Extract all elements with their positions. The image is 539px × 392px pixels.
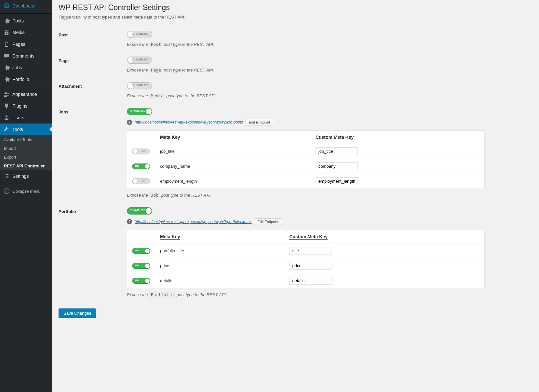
collapse-menu-button[interactable]: Collapse menu: [0, 185, 52, 197]
meta-key-value: job_title: [155, 144, 311, 159]
meta-toggle[interactable]: OFF: [132, 149, 150, 154]
sidebar-item-jobs[interactable]: Jobs: [0, 62, 52, 73]
post-type-row: AttachmentDISABLEDExpose the Media post …: [59, 77, 532, 103]
sidebar-item-settings[interactable]: Settings: [0, 170, 52, 182]
expose-description: Expose the Job post type to the REST API…: [127, 193, 529, 198]
endpoint-row: ?http://localhost/yikes-rest-api-exposed…: [127, 119, 529, 125]
post-type-controls: DISABLEDExpose the Page post type to the…: [124, 52, 532, 77]
meta-row: ONdetails: [127, 273, 485, 288]
meta-key-value: portfolio_title: [155, 243, 284, 258]
svg-point-0: [4, 189, 9, 194]
post-type-controls: DISABLEDExpose the Post post type to the…: [124, 26, 532, 52]
tools-icon: [3, 126, 10, 133]
sidebar-item-appearance[interactable]: Appearance: [0, 88, 52, 100]
post-type-toggle[interactable]: ENABLED: [127, 207, 152, 215]
appearance-icon: [3, 91, 10, 98]
endpoint-link[interactable]: http://localhost/yikes-rest-api-exposed/…: [135, 120, 243, 124]
custom-meta-key-header: Custom Meta Key: [311, 131, 485, 144]
submenu-item-import[interactable]: Import: [0, 144, 52, 153]
sidebar-item-media[interactable]: Media: [0, 27, 52, 38]
sidebar-item-dashboard[interactable]: Dashboard: [0, 0, 52, 12]
custom-meta-key-input[interactable]: [289, 277, 331, 285]
sidebar-item-label: Posts: [12, 18, 24, 23]
sidebar-item-pages[interactable]: Pages: [0, 38, 52, 50]
meta-key-header: Meta Key: [155, 131, 311, 144]
media-icon: [3, 29, 10, 36]
meta-row: OFFjob_title: [127, 144, 485, 159]
submenu-item-available-tools[interactable]: Available Tools: [0, 135, 52, 144]
page-subtitle: Toggle visibility of post types and sele…: [59, 15, 532, 20]
meta-table: Meta KeyCustom Meta KeyOFFjob_titleONcom…: [127, 130, 485, 189]
sidebar-item-users[interactable]: Users: [0, 112, 52, 124]
submenu-item-export[interactable]: Export: [0, 153, 52, 162]
save-changes-button[interactable]: Save Changes: [59, 308, 96, 318]
post-type-toggle[interactable]: ENABLED: [127, 108, 152, 115]
expose-description: Expose the Portfolio post type to the RE…: [127, 292, 529, 297]
sidebar-item-label: Pages: [12, 42, 25, 47]
meta-row: ONportfolio_title: [127, 243, 485, 258]
collapse-label: Collapse menu: [12, 189, 41, 194]
dashboard-icon: [3, 3, 10, 9]
settings-icon: [3, 173, 10, 179]
comment-icon: [3, 53, 10, 59]
post-type-label: Portfolio: [59, 203, 124, 302]
sidebar-item-plugins[interactable]: Plugins: [0, 100, 52, 112]
meta-toggle[interactable]: ON: [132, 263, 150, 269]
edit-endpoint-button[interactable]: Edit Endpoint: [254, 218, 282, 225]
sidebar-item-label: Appearance: [12, 92, 37, 97]
pin-icon: [3, 18, 10, 24]
meta-toggle[interactable]: ON: [132, 278, 150, 284]
sidebar-item-label: Plugins: [12, 103, 27, 109]
sidebar-item-label: Tools: [12, 127, 23, 132]
sidebar-item-label: Comments: [12, 53, 34, 59]
sidebar-item-comments[interactable]: Comments: [0, 50, 52, 62]
settings-form-table: PostDISABLEDExpose the Post post type to…: [59, 26, 532, 302]
custom-meta-key-input[interactable]: [316, 162, 358, 170]
custom-meta-key-input[interactable]: [289, 247, 331, 255]
expose-description: Expose the Post post type to the REST AP…: [127, 42, 529, 47]
submenu-item-rest-api-controller[interactable]: REST API Controller: [0, 162, 52, 170]
meta-key-value: company_name: [155, 159, 311, 174]
sidebar-item-label: Media: [12, 30, 25, 35]
main-content: WP REST API Controller Settings Toggle v…: [52, 0, 539, 331]
post-type-label: Jobs: [59, 103, 124, 203]
edit-endpoint-button[interactable]: Edit Endpoint: [246, 119, 273, 125]
post-type-controls: ENABLED?http://localhost/yikes-rest-api-…: [124, 203, 532, 302]
expose-description: Expose the Media post type to the REST A…: [127, 93, 529, 98]
meta-toggle[interactable]: ON: [132, 163, 150, 169]
post-type-controls: DISABLEDExpose the Media post type to th…: [124, 77, 532, 103]
post-type-toggle[interactable]: DISABLED: [127, 82, 152, 89]
help-icon[interactable]: ?: [127, 120, 132, 125]
post-type-label: Post: [59, 26, 124, 52]
custom-meta-key-header: Custom Meta Key: [284, 230, 484, 243]
custom-meta-key-input[interactable]: [289, 262, 331, 270]
sidebar-item-label: Portfolio: [12, 77, 29, 82]
sidebar-item-label: Users: [12, 115, 24, 120]
post-type-toggle[interactable]: DISABLED: [127, 57, 152, 64]
sidebar-submenu-tools: Available Tools Import Export REST API C…: [0, 135, 52, 170]
help-icon[interactable]: ?: [127, 219, 132, 224]
expose-description: Expose the Page post type to the REST AP…: [127, 68, 529, 72]
post-type-label: Page: [59, 52, 124, 77]
post-type-row: PageDISABLEDExpose the Page post type to…: [59, 52, 532, 77]
custom-meta-key-input[interactable]: [316, 177, 358, 185]
pin-icon: [3, 76, 10, 83]
sidebar-item-tools[interactable]: Tools: [0, 124, 52, 135]
meta-key-value: details: [155, 273, 284, 288]
page-icon: [3, 41, 10, 47]
meta-row: ONcompany_name: [127, 159, 485, 174]
meta-toggle[interactable]: ON: [132, 248, 150, 254]
post-type-toggle[interactable]: DISABLED: [127, 31, 152, 38]
meta-table: Meta KeyCustom Meta KeyONportfolio_title…: [127, 230, 485, 288]
meta-key-value: employment_length: [155, 174, 311, 189]
custom-meta-key-input[interactable]: [316, 147, 358, 155]
meta-key-value: price: [155, 258, 284, 273]
admin-sidebar: Dashboard Posts Media Pages Comments Job…: [0, 0, 52, 331]
post-type-controls: ENABLED?http://localhost/yikes-rest-api-…: [124, 103, 532, 203]
endpoint-link[interactable]: http://localhost/yikes-rest-api-exposed/…: [135, 219, 251, 224]
sidebar-item-posts[interactable]: Posts: [0, 15, 52, 27]
meta-toggle[interactable]: OFF: [132, 178, 150, 184]
sidebar-item-portfolio[interactable]: Portfolio: [0, 73, 52, 85]
post-type-label: Attachment: [59, 77, 124, 103]
sidebar-item-label: Settings: [12, 174, 29, 179]
